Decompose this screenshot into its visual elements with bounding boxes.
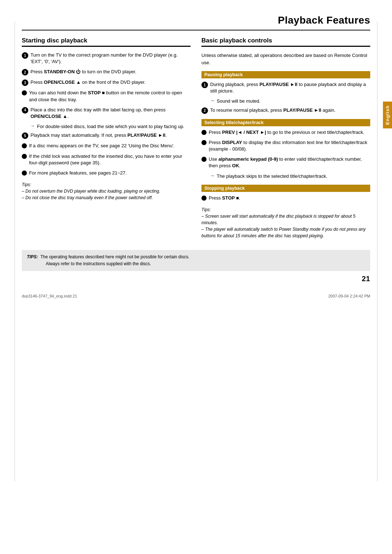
list-item: If a disc menu appears on the TV, see pa… bbox=[22, 143, 191, 149]
item-text: You can also hold down the STOP ■ button… bbox=[29, 90, 191, 103]
item-number: 5 bbox=[22, 132, 28, 139]
right-border-line bbox=[377, 22, 377, 481]
item-text: Playback may start automatically. If not… bbox=[30, 132, 191, 139]
item-number: 2 bbox=[22, 69, 28, 75]
list-item: For more playback features, see pages 21… bbox=[22, 170, 191, 176]
language-tab: English bbox=[383, 102, 392, 128]
bullet-icon bbox=[201, 140, 207, 145]
left-section-heading: Starting disc playback bbox=[22, 37, 191, 47]
footer-timestamp: 2007-09-04 2:24:42 PM bbox=[328, 294, 370, 298]
list-item: 1 During playback, press PLAY/PAUSE ►II … bbox=[201, 81, 370, 94]
page-number: 21 bbox=[362, 275, 370, 283]
list-item: Press STOP ■. bbox=[201, 195, 370, 201]
bottom-tips-text: The operating features described here mi… bbox=[40, 254, 189, 259]
item-number: 1 bbox=[201, 82, 208, 88]
bullet-icon bbox=[22, 143, 27, 148]
tips-bold-label: TIPS: bbox=[27, 254, 38, 259]
item-text: To resume normal playback, press PLAY/PA… bbox=[210, 107, 370, 114]
footer-filename: dvp3146-3747_94_eng.indd 21 bbox=[22, 294, 77, 298]
bullet-icon bbox=[22, 171, 27, 176]
item-text: Press STANDBY-ON ⏻ to turn on the DVD pl… bbox=[30, 69, 191, 75]
tips-section: Tips: – Do not overturn the DVD player w… bbox=[22, 181, 191, 201]
list-item: Use alphanumeric keypad (0-9) to enter v… bbox=[201, 156, 370, 169]
list-item: 5 Playback may start automatically. If n… bbox=[22, 132, 191, 139]
arrow-icon: → bbox=[210, 173, 215, 178]
right-column: Basic playback controls Unless otherwise… bbox=[201, 37, 370, 239]
right-section-heading: Basic playback controls bbox=[201, 37, 370, 47]
list-item: 3 Press OPEN/CLOSE ▲ on the front of the… bbox=[22, 79, 191, 86]
subsection-heading: Stopping playback bbox=[201, 185, 370, 192]
page-title: Playback Features bbox=[278, 15, 370, 26]
title-rule bbox=[22, 30, 370, 30]
sub-item: → Sound will be muted. bbox=[210, 98, 370, 104]
list-item: 1 Turn on the TV to the correct program … bbox=[22, 52, 191, 65]
list-item: Press PREV |◄ / NEXT ►| to go to the pre… bbox=[201, 129, 370, 136]
list-item: 2 Press STANDBY-ON ⏻ to turn on the DVD … bbox=[22, 69, 191, 75]
item-text: Press PREV |◄ / NEXT ►| to go to the pre… bbox=[209, 129, 370, 136]
arrow-icon: → bbox=[30, 123, 35, 128]
left-column: Starting disc playback 1 Turn on the TV … bbox=[22, 37, 191, 239]
sub-item-text: The playback skips to the selected title… bbox=[217, 173, 370, 180]
subsection-heading: Selecting title/chapter/track bbox=[201, 119, 370, 126]
right-tips-section: Tips: – Screen saver will start automati… bbox=[201, 206, 370, 239]
sub-item: → For double-sided discs, load the side … bbox=[30, 123, 191, 130]
list-item: You can also hold down the STOP ■ button… bbox=[22, 90, 191, 103]
left-border-line bbox=[15, 22, 15, 481]
bottom-tips-line2: Always refer to the instructions supplie… bbox=[46, 261, 151, 266]
subsection-selecting: Selecting title/chapter/track Press PREV… bbox=[201, 119, 370, 180]
sub-item: → The playback skips to the selected tit… bbox=[210, 173, 370, 180]
item-text: Press OPEN/CLOSE ▲ on the front of the D… bbox=[30, 79, 191, 86]
list-item: Press DISPLAY to display the disc inform… bbox=[201, 139, 370, 152]
list-item: 4 Place a disc into the disc tray with t… bbox=[22, 107, 191, 120]
arrow-icon: → bbox=[210, 98, 215, 103]
item-text: If the child lock was activated for the … bbox=[29, 153, 191, 166]
sub-item-text: For double-sided discs, load the side wh… bbox=[37, 123, 191, 130]
bullet-icon bbox=[201, 196, 207, 201]
item-text: If a disc menu appears on the TV, see pa… bbox=[29, 143, 191, 149]
item-number: 4 bbox=[22, 107, 28, 114]
item-text: Use alphanumeric keypad (0-9) to enter v… bbox=[209, 156, 370, 169]
main-content: Starting disc playback 1 Turn on the TV … bbox=[0, 37, 392, 239]
tip-line: – The player will automatically switch t… bbox=[201, 226, 370, 239]
intro-text: Unless otherwise stated, all operations … bbox=[201, 52, 370, 66]
item-number: 1 bbox=[22, 52, 28, 59]
tips-label: Tips: bbox=[201, 206, 370, 213]
item-number: 2 bbox=[201, 107, 208, 114]
bullet-icon bbox=[22, 154, 27, 159]
tip-line: – Screen saver will start automatically … bbox=[201, 213, 370, 226]
bullet-icon bbox=[201, 130, 207, 135]
tips-label: Tips: bbox=[22, 181, 191, 188]
subsection-heading: Pausing playback bbox=[201, 71, 370, 78]
item-text: Turn on the TV to the correct program nu… bbox=[30, 52, 191, 65]
subsection-stopping: Stopping playback Press STOP ■. bbox=[201, 185, 370, 201]
page-title-bar: Playback Features bbox=[0, 0, 392, 30]
item-text: For more playback features, see pages 21… bbox=[29, 170, 191, 176]
item-number: 3 bbox=[22, 79, 28, 86]
item-text: Press DISPLAY to display the disc inform… bbox=[209, 139, 370, 152]
bullet-icon bbox=[22, 90, 27, 95]
item-text: During playback, press PLAY/PAUSE ►II to… bbox=[210, 81, 370, 94]
tip-line: – Do not overturn the DVD player while d… bbox=[22, 188, 191, 194]
list-item: 2 To resume normal playback, press PLAY/… bbox=[201, 107, 370, 114]
item-text: Press STOP ■. bbox=[209, 195, 370, 201]
subsection-pausing: Pausing playback 1 During playback, pres… bbox=[201, 71, 370, 114]
page-container: English Playback Features Starting disc … bbox=[0, 0, 392, 554]
page-footer: dvp3146-3747_94_eng.indd 21 2007-09-04 2… bbox=[0, 290, 392, 302]
bullet-icon bbox=[201, 157, 207, 162]
list-item: If the child lock was activated for the … bbox=[22, 153, 191, 166]
tip-line: – Do not close the disc tray manually ev… bbox=[22, 194, 191, 201]
sub-item-text: Sound will be muted. bbox=[217, 98, 370, 104]
item-text: Place a disc into the disc tray with the… bbox=[30, 107, 191, 120]
bottom-tips-bar: TIPS: The operating features described h… bbox=[22, 250, 370, 271]
